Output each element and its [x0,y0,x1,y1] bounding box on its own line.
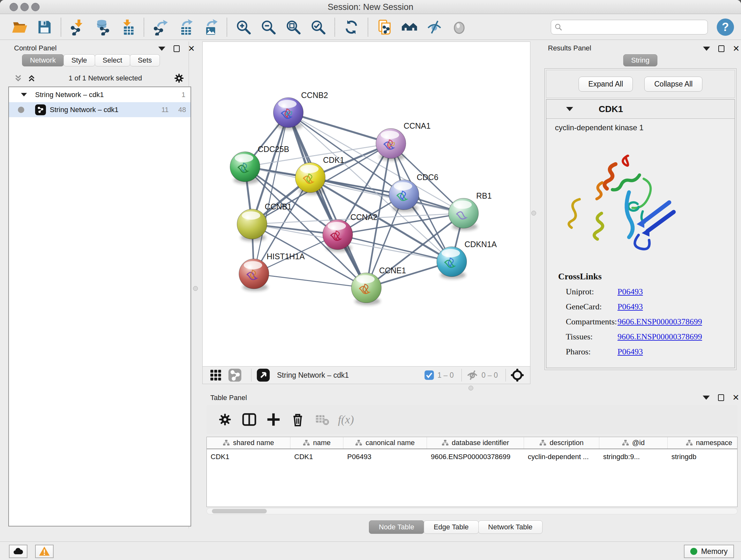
network-node-CDK1[interactable] [295,163,325,195]
close-panel-icon[interactable]: ✕ [732,394,739,401]
table-settings-button[interactable] [215,409,235,430]
tab-string[interactable]: String [623,54,657,66]
tab-style[interactable]: Style [64,54,95,66]
panel-menu-icon[interactable] [158,47,165,51]
network-canvas[interactable]: CCNB2CCNA1CDC25BCDK1CDC6RB1CCNB1CCNA2CDK… [202,42,530,367]
float-panel-icon[interactable] [718,45,724,52]
open-session-button[interactable] [7,17,32,37]
crosslink-link[interactable]: P06493 [617,347,643,357]
crosslink-link[interactable]: 9606.ENSP00000378699 [617,317,702,327]
network-node-CDC25B[interactable] [230,152,260,184]
export-network-button[interactable] [148,17,173,37]
tab-network-table[interactable]: Network Table [478,520,542,534]
network-collection-row[interactable]: String Network – cdk1 1 [9,87,191,102]
table-row[interactable]: CDK1CDK1P064939606.ENSP00000378699cyclin… [207,449,737,464]
help-button[interactable]: ? [717,18,734,36]
network-row[interactable]: String Network – cdk1 11 48 [9,102,191,117]
right-splitter-handle[interactable] [531,211,536,215]
cloud-status-button[interactable] [9,545,27,558]
column-header-canonical-name[interactable]: canonical name [343,437,427,449]
table-cell[interactable]: stringdb [668,453,738,461]
tab-network[interactable]: Network [22,54,64,66]
collapse-entry-icon[interactable] [566,107,573,111]
table-cell[interactable]: CDK1 [207,453,290,461]
left-splitter-handle[interactable] [193,286,198,291]
expand-all-icon[interactable] [26,73,37,83]
tab-node-table[interactable]: Node Table [369,520,424,534]
panel-menu-icon[interactable] [703,395,710,400]
panel-menu-icon[interactable] [703,47,710,51]
import-network-button[interactable] [65,17,90,37]
network-node-RB1[interactable] [448,198,478,231]
show-all-networks-button[interactable] [397,17,422,37]
node-table[interactable]: shared namenamecanonical namedatabase id… [206,437,738,507]
network-node-CCNA1[interactable] [376,128,406,161]
column-header-namespace[interactable]: namespace [668,437,738,449]
float-panel-icon[interactable] [718,394,724,401]
selected-checkbox-icon[interactable] [424,370,434,380]
column-header--id[interactable]: @id [599,437,668,449]
column-header-name[interactable]: name [290,437,343,449]
apply-style-refresh-button[interactable] [339,17,364,37]
collapse-all-icon[interactable] [13,73,23,83]
tree-expander-icon[interactable] [21,93,27,97]
export-table-button[interactable] [173,17,198,37]
network-node-CDKN1A[interactable] [437,247,467,279]
warnings-button[interactable] [35,545,54,558]
bottom-splitter-handle[interactable] [468,386,473,390]
network-node-CDC6[interactable] [389,180,419,212]
table-cell[interactable]: CDK1 [290,453,343,461]
crosslink-link[interactable]: P06493 [617,287,643,297]
zoom-out-button[interactable] [256,17,281,37]
zoom-selected-button[interactable] [306,17,331,37]
table-cell[interactable]: stringdb:9... [599,453,668,461]
show-hidden-button[interactable] [447,17,472,37]
network-overview-toggle[interactable] [227,368,242,382]
scrollbar-thumb[interactable] [212,509,267,513]
save-session-button[interactable] [32,17,57,37]
gear-icon[interactable] [174,73,185,84]
delete-column-button[interactable] [287,409,308,430]
search-input[interactable] [565,23,704,31]
import-table-button[interactable] [115,17,140,37]
hide-selected-button[interactable] [422,17,447,37]
column-header-database-identifier[interactable]: database identifier [427,437,524,449]
close-panel-icon[interactable]: ✕ [733,45,740,52]
add-column-button[interactable] [263,409,284,430]
export-image-button[interactable] [198,17,223,37]
zoom-fit-button[interactable] [281,17,306,37]
show-columns-button[interactable] [239,409,259,430]
show-grid-button[interactable] [208,368,223,382]
table-cell[interactable]: cyclin-dependent ... [524,453,599,461]
tab-edge-table[interactable]: Edge Table [424,520,479,534]
copy-network-to-clipboard-button[interactable] [372,17,397,37]
table-cell[interactable]: 9606.ENSP00000378699 [427,453,524,461]
column-header-description[interactable]: description [524,437,599,449]
import-network-from-database-button[interactable] [90,17,115,37]
close-panel-icon[interactable]: ✕ [188,45,195,52]
network-node-CCNA2[interactable] [323,220,353,252]
table-cell[interactable]: P06493 [343,453,427,461]
crosslink-link[interactable]: 9606.ENSP00000378699 [617,332,702,341]
tab-sets[interactable]: Sets [130,54,160,66]
network-node-count: 11 [161,106,169,114]
float-panel-icon[interactable] [174,45,180,52]
hidden-eye-icon[interactable] [466,369,478,381]
memory-button[interactable]: Memory [684,545,734,558]
collapse-all-button[interactable]: Collapse All [644,77,702,91]
table-horizontal-scrollbar[interactable] [206,508,738,514]
tab-select[interactable]: Select [95,54,130,66]
network-node-CCNB1[interactable] [237,209,267,241]
fit-content-crosshair-icon[interactable] [510,368,524,382]
crosslink-link[interactable]: P06493 [617,302,643,312]
network-edges[interactable] [245,113,464,288]
node-result-header[interactable]: CDK1 [546,100,735,119]
expand-all-button[interactable]: Expand All [579,77,633,91]
column-type-icon [539,439,546,446]
network-node-HIST1H1A[interactable] [239,259,269,291]
network-node-CCNE1[interactable] [351,273,381,305]
zoom-in-button[interactable] [231,17,256,37]
birdseye-view-button[interactable] [256,368,271,382]
network-node-CCNB2[interactable] [273,98,304,130]
column-header-shared-name[interactable]: shared name [207,437,290,449]
